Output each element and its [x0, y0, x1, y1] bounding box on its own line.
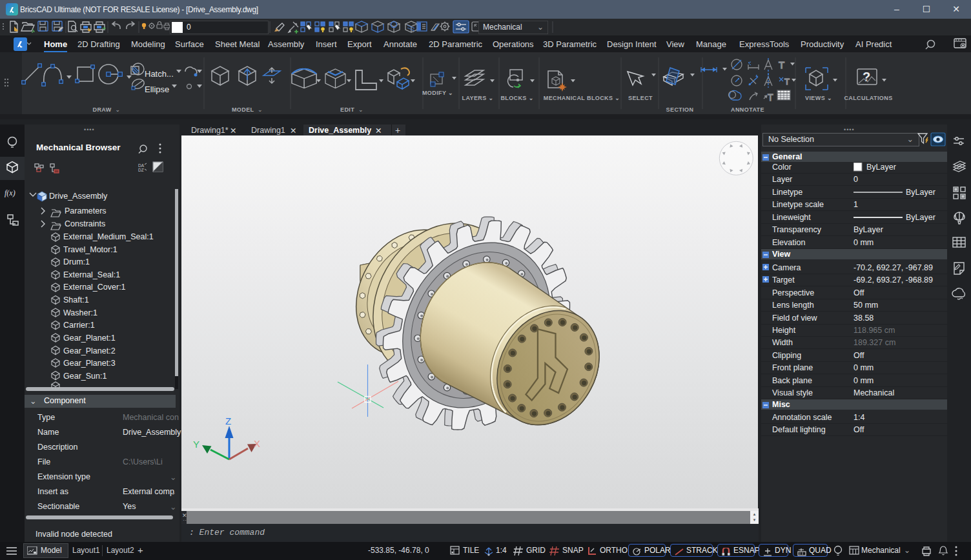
svg-text:T: T: [768, 92, 773, 103]
svg-text:f(x): f(x): [5, 188, 15, 197]
svg-text:Z: Z: [225, 415, 231, 426]
svg-text:X: X: [254, 438, 260, 449]
svg-text:?: ?: [863, 70, 870, 84]
svg-text:Y: Y: [193, 439, 199, 450]
svg-text:T: T: [779, 59, 784, 70]
svg-text:T: T: [784, 77, 790, 86]
